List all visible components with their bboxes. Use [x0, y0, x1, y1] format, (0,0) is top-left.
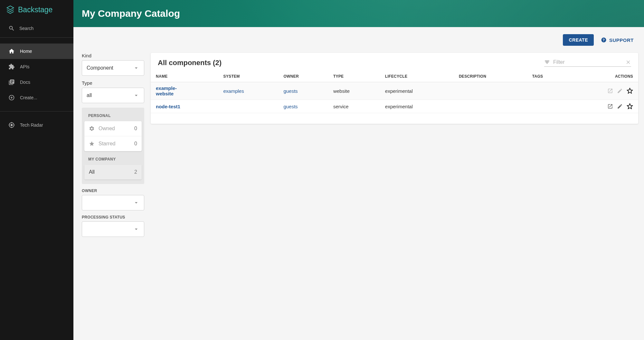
- brand-name: Backstage: [18, 5, 52, 14]
- col-system[interactable]: SYSTEM: [218, 71, 279, 82]
- sidebar-item-label: Home: [20, 49, 32, 54]
- sidebar-item-home[interactable]: Home: [0, 44, 73, 59]
- kind-label: Kind: [82, 53, 144, 58]
- row-type: website: [328, 82, 380, 100]
- chevron-down-icon: [133, 92, 139, 99]
- row-type: service: [328, 100, 380, 113]
- col-description[interactable]: DESCRIPTION: [454, 71, 527, 82]
- open-in-new-icon[interactable]: [607, 103, 613, 109]
- personal-header: PERSONAL: [84, 112, 142, 121]
- catalog-panel: All components (2) NAME SYSTEM OWNER TYP…: [151, 53, 638, 124]
- col-name[interactable]: NAME: [151, 71, 218, 82]
- row-name-link[interactable]: node-test1: [156, 104, 180, 109]
- col-type[interactable]: TYPE: [328, 71, 380, 82]
- starred-count: 0: [134, 141, 137, 147]
- search-icon: [8, 25, 15, 32]
- sidebar: Backstage Search Home APIs Docs Cr: [0, 0, 73, 340]
- filter-input-wrap: [544, 59, 631, 67]
- filter-personal-card: PERSONAL Owned 0 Starred 0 MY: [82, 108, 144, 184]
- col-actions: ACTIONS: [568, 71, 638, 82]
- sidebar-item-label: Tech Radar: [20, 122, 43, 128]
- filter-column: Kind Component Type all PERSONAL: [82, 53, 144, 334]
- filter-all[interactable]: All 2: [84, 165, 142, 180]
- row-owner-link[interactable]: guests: [283, 88, 298, 94]
- svg-text:?: ?: [603, 38, 605, 42]
- sidebar-item-label: APIs: [20, 64, 30, 69]
- clear-filter-icon[interactable]: [625, 59, 631, 65]
- filter-starred[interactable]: Starred 0: [84, 136, 142, 151]
- filter-type: Type all: [82, 80, 144, 103]
- content: Kind Component Type all PERSONAL: [73, 47, 644, 340]
- target-icon: [8, 122, 15, 128]
- row-tags: [527, 100, 568, 113]
- gear-icon: [89, 126, 95, 131]
- page-header: My Company Catalog: [73, 0, 644, 27]
- kind-select[interactable]: Component: [82, 60, 144, 76]
- star-outline-icon[interactable]: [627, 103, 633, 110]
- table-row: example-websiteexamplesguestswebsiteexpe…: [151, 82, 638, 100]
- filter-icon: [544, 59, 550, 65]
- sidebar-nav: Home APIs Docs Create...: [0, 38, 73, 112]
- kind-value: Component: [87, 65, 113, 71]
- col-tags[interactable]: TAGS: [527, 71, 568, 82]
- sidebar-item-label: Docs: [20, 80, 30, 85]
- row-owner-link[interactable]: guests: [283, 104, 298, 109]
- filter-owned[interactable]: Owned 0: [84, 121, 142, 136]
- book-icon: [8, 79, 15, 85]
- support-label: SUPPORT: [609, 37, 634, 43]
- sidebar-item-label: Create...: [20, 95, 37, 100]
- chevron-down-icon: [133, 199, 139, 206]
- row-description: [454, 100, 527, 113]
- processing-label: PROCESSING STATUS: [82, 215, 144, 219]
- home-icon: [8, 48, 15, 54]
- type-label: Type: [82, 80, 144, 86]
- col-owner[interactable]: OWNER: [278, 71, 328, 82]
- page-title: My Company Catalog: [82, 8, 180, 19]
- toolbar: CREATE ? SUPPORT: [73, 27, 644, 47]
- owned-label: Owned: [99, 126, 115, 131]
- sidebar-item-create[interactable]: Create...: [0, 90, 73, 105]
- type-select[interactable]: all: [82, 88, 144, 103]
- star-outline-icon[interactable]: [627, 88, 633, 94]
- help-icon: ?: [601, 37, 607, 43]
- brand-logo[interactable]: Backstage: [0, 0, 73, 19]
- owner-select[interactable]: [82, 195, 144, 210]
- table-row: node-test1guestsserviceexperimental: [151, 100, 638, 113]
- sidebar-item-tech-radar[interactable]: Tech Radar: [0, 117, 73, 133]
- svg-point-2: [11, 124, 13, 126]
- create-button[interactable]: CREATE: [563, 34, 594, 46]
- panel-header: All components (2): [151, 53, 638, 71]
- col-lifecycle[interactable]: LIFECYCLE: [380, 71, 454, 82]
- row-tags: [527, 82, 568, 100]
- starred-label: Starred: [99, 141, 115, 147]
- edit-icon: [617, 88, 623, 94]
- owner-label: OWNER: [82, 189, 144, 193]
- row-system-link[interactable]: examples: [223, 88, 244, 94]
- row-name-link[interactable]: example-website: [156, 85, 177, 96]
- filter-kind: Kind Component: [82, 53, 144, 76]
- filter-input[interactable]: [553, 59, 622, 65]
- edit-icon[interactable]: [617, 103, 623, 109]
- sidebar-item-docs[interactable]: Docs: [0, 74, 73, 90]
- chevron-down-icon: [133, 226, 139, 232]
- sidebar-item-apis[interactable]: APIs: [0, 59, 73, 74]
- sidebar-search-label: Search: [19, 26, 33, 31]
- main: My Company Catalog CREATE ? SUPPORT Kind…: [73, 0, 644, 340]
- component-table: NAME SYSTEM OWNER TYPE LIFECYCLE DESCRIP…: [151, 71, 638, 113]
- processing-select[interactable]: [82, 221, 144, 237]
- all-label: All: [89, 169, 95, 175]
- sidebar-search[interactable]: Search: [0, 19, 73, 38]
- filter-processing: PROCESSING STATUS: [82, 215, 144, 237]
- sidebar-secondary: Tech Radar: [0, 112, 73, 139]
- star-icon: [89, 141, 95, 147]
- company-header: MY COMPANY: [84, 156, 142, 165]
- filter-owner: OWNER: [82, 189, 144, 210]
- extension-icon: [8, 63, 15, 70]
- type-value: all: [87, 92, 92, 98]
- support-button[interactable]: ? SUPPORT: [601, 37, 634, 43]
- row-lifecycle: experimental: [380, 82, 454, 100]
- all-count: 2: [134, 169, 137, 175]
- open-in-new-icon: [607, 88, 613, 94]
- backstage-icon: [6, 5, 15, 14]
- add-circle-icon: [8, 94, 15, 101]
